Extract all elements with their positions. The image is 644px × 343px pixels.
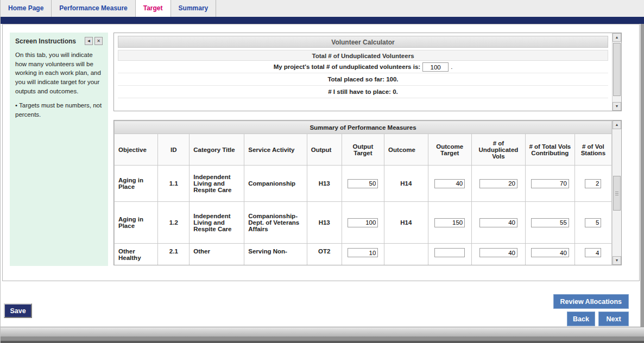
- column-header-vol-stations: # of Vol Stations: [574, 134, 611, 166]
- column-header-category-title: Category Title: [190, 134, 244, 166]
- tab-target[interactable]: Target: [136, 0, 171, 17]
- total-vols-input[interactable]: [531, 248, 569, 257]
- id-cell: 1.2: [158, 202, 190, 244]
- calculator-scroll-track[interactable]: [613, 42, 621, 102]
- column-header-id: ID: [158, 134, 190, 166]
- objective-cell: Other Healthy: [115, 244, 158, 265]
- instructions-collapse-button[interactable]: ◄: [85, 37, 93, 45]
- calculator-scrollbar[interactable]: ▲ ▼: [612, 33, 621, 111]
- total-placed-text: Total placed so far: 100.: [118, 73, 608, 86]
- outcome-cell: [384, 244, 428, 265]
- outcome-target-input[interactable]: [434, 248, 465, 257]
- column-header-outcome: Outcome: [384, 134, 428, 166]
- main-content: Volunteer Calculator Total # of Unduplic…: [113, 33, 622, 265]
- total-vols-cell: [525, 244, 574, 265]
- arrow-up-icon: ▲: [615, 123, 619, 126]
- calculator-title: Volunteer Calculator: [118, 36, 608, 48]
- next-button[interactable]: Next: [598, 312, 629, 326]
- vol-stations-input[interactable]: [585, 179, 601, 188]
- status-bar-top: [1, 327, 644, 336]
- tab-performance-measure[interactable]: Performance Measure: [52, 0, 135, 17]
- category-title-cell: Independent Living and Respite Care: [190, 166, 244, 202]
- screen-instructions-title: Screen Instructions: [15, 37, 83, 45]
- total-vols-cell: [525, 202, 574, 244]
- service-activity-cell: Companionship: [244, 166, 307, 202]
- back-button[interactable]: Back: [567, 312, 595, 326]
- table-row: Other Healthy 2.1 Other Serving Non- OT2: [115, 244, 612, 265]
- output-target-cell: [342, 244, 384, 265]
- summary-table-title: Summary of Performance Measures: [115, 121, 612, 134]
- calculator-scroll-up-button[interactable]: ▲: [613, 33, 621, 42]
- vol-stations-cell: [574, 244, 611, 265]
- column-header-total-vols-contributing: # of Total Vols Contributing: [525, 134, 574, 166]
- unduplicated-vols-input[interactable]: [479, 218, 517, 227]
- id-cell: 2.1: [158, 244, 190, 265]
- unduplicated-volunteers-row: My project's total # of unduplicated vol…: [118, 61, 608, 73]
- still-to-place-text: # I still have to place: 0.: [118, 86, 608, 98]
- summary-table-container: Summary of Performance Measures Objectiv…: [114, 120, 612, 265]
- column-header-output-target: Output Target: [342, 134, 384, 166]
- calculator-scroll-thumb[interactable]: [613, 43, 621, 96]
- vol-stations-cell: [574, 166, 611, 202]
- summary-scroll-down-button[interactable]: ▼: [613, 256, 621, 265]
- outcome-target-cell: [428, 166, 471, 202]
- tab-bar: Home Page Performance Measure Target Sum…: [1, 0, 644, 17]
- output-target-cell: [342, 202, 384, 244]
- output-target-input[interactable]: [348, 218, 378, 227]
- summary-table-title-row: Summary of Performance Measures: [115, 121, 612, 134]
- summary-scroll-thumb[interactable]: [613, 176, 621, 211]
- objective-cell: Aging in Place: [115, 166, 158, 202]
- column-header-output: Output: [307, 134, 342, 166]
- output-target-input[interactable]: [348, 248, 378, 257]
- arrow-down-icon: ▼: [615, 258, 619, 262]
- volunteer-calculator: Volunteer Calculator Total # of Unduplic…: [114, 33, 612, 111]
- id-cell: 1.1: [158, 166, 190, 202]
- unduplicated-vols-cell: [471, 166, 525, 202]
- volunteer-calculator-panel: Volunteer Calculator Total # of Unduplic…: [113, 33, 622, 111]
- table-row: Aging in Place 1.1 Independent Living an…: [115, 166, 612, 202]
- save-button[interactable]: Save: [4, 303, 32, 318]
- output-target-input[interactable]: [348, 179, 378, 188]
- output-cell: OT2: [307, 244, 342, 265]
- performance-measures-table: Summary of Performance Measures Objectiv…: [114, 120, 612, 265]
- input-suffix-text: .: [451, 63, 452, 70]
- outcome-target-input[interactable]: [434, 218, 465, 227]
- instructions-note: • Targets must be numbers, not percents.: [15, 101, 103, 119]
- vol-stations-input[interactable]: [585, 248, 601, 257]
- tab-home-page[interactable]: Home Page: [1, 0, 52, 17]
- outcome-target-cell: [428, 202, 471, 244]
- outcome-cell: H14: [384, 166, 428, 202]
- table-row: Aging in Place 1.2 Independent Living an…: [115, 202, 612, 244]
- review-allocations-button[interactable]: Review Allocations: [553, 294, 629, 309]
- calculator-scroll-down-button[interactable]: ▼: [613, 102, 621, 111]
- instructions-close-button[interactable]: ✕: [94, 37, 103, 45]
- screen-instructions-panel: Screen Instructions ◄ ✕ On this tab, you…: [10, 33, 108, 266]
- total-vols-input[interactable]: [531, 179, 569, 188]
- vol-stations-input[interactable]: [585, 218, 601, 227]
- total-vols-input[interactable]: [531, 218, 569, 227]
- service-activity-cell: Serving Non-: [244, 244, 307, 265]
- content-frame: Screen Instructions ◄ ✕ On this tab, you…: [2, 24, 640, 281]
- instructions-text: On this tab, you will indicate how many …: [15, 50, 103, 96]
- unduplicated-volunteers-label: My project's total # of unduplicated vol…: [274, 63, 420, 70]
- unduplicated-vols-input[interactable]: [479, 248, 517, 257]
- summary-scrollbar[interactable]: ▲ ▼: [612, 120, 621, 265]
- vol-stations-cell: [574, 202, 611, 244]
- unduplicated-volunteers-input[interactable]: [422, 62, 449, 72]
- summary-scroll-up-button[interactable]: ▲: [613, 120, 621, 129]
- column-header-objective: Objective: [115, 134, 158, 166]
- summary-scroll-track[interactable]: [613, 129, 621, 256]
- column-header-unduplicated-vols: # of Unduplicated Vols: [471, 134, 525, 166]
- status-bar: [1, 327, 644, 343]
- outcome-cell: H14: [384, 202, 428, 244]
- unduplicated-vols-cell: [471, 202, 525, 244]
- outcome-target-input[interactable]: [434, 179, 465, 188]
- unduplicated-vols-input[interactable]: [479, 179, 517, 188]
- unduplicated-vols-cell: [471, 244, 525, 265]
- summary-panel: Summary of Performance Measures Objectiv…: [113, 120, 622, 265]
- tab-summary[interactable]: Summary: [171, 0, 217, 17]
- status-bar-bottom: [1, 341, 644, 343]
- screen-instructions-header: Screen Instructions ◄ ✕: [15, 37, 103, 45]
- output-cell: H13: [307, 202, 342, 244]
- column-header-service-activity: Service Activity: [244, 134, 307, 166]
